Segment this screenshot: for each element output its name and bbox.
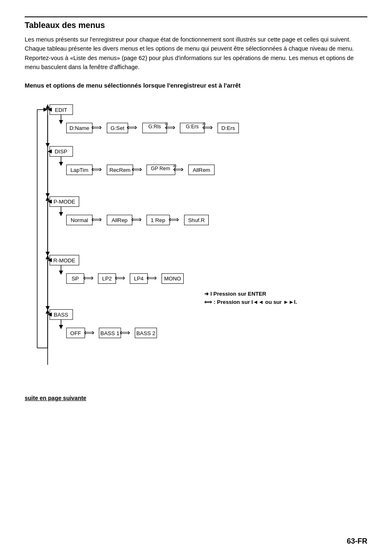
svg-text:GP Rem: GP Rem <box>151 166 170 171</box>
svg-text:LapTim: LapTim <box>70 167 88 173</box>
svg-text:1 Rep: 1 Rep <box>151 217 165 223</box>
svg-marker-89 <box>59 325 63 329</box>
svg-text:BASS 1: BASS 1 <box>100 330 119 336</box>
svg-text:⟺: ⟺ <box>146 273 157 282</box>
section-heading: Menus et options de menu sélectionnés lo… <box>25 81 367 90</box>
svg-text:G:Ers: G:Ers <box>186 124 198 130</box>
svg-text:G:Set: G:Set <box>111 125 125 131</box>
svg-text:⟺ : Pression sur I◄◄ ou sur ►►: ⟺ : Pression sur I◄◄ ou sur ►►I. <box>204 299 297 305</box>
svg-text:SP: SP <box>71 276 79 282</box>
svg-text:G:Rls: G:Rls <box>148 124 161 130</box>
svg-marker-5 <box>59 120 63 124</box>
svg-marker-99 <box>46 310 50 314</box>
svg-text:D:Name: D:Name <box>69 125 89 131</box>
svg-marker-68 <box>59 271 63 275</box>
svg-text:P-MODE: P-MODE <box>53 199 75 205</box>
svg-text:LP2: LP2 <box>102 276 112 282</box>
svg-text:⟺: ⟺ <box>131 215 142 224</box>
svg-text:BASS: BASS <box>54 312 68 318</box>
svg-text:⟺: ⟺ <box>168 215 179 224</box>
diagram: EDIT D:Name ⟺ G:Set ⟺ G:Rls 1) ⟺ G:Ers 2… <box>25 97 367 383</box>
svg-text:➜ I Pression sur ENTER: ➜ I Pression sur ENTER <box>204 291 266 297</box>
svg-text:⟺: ⟺ <box>120 328 130 337</box>
svg-text:Shuf.R: Shuf.R <box>188 217 205 223</box>
svg-text:RecRem: RecRem <box>109 167 130 173</box>
svg-text:⟺: ⟺ <box>91 165 102 174</box>
intro-text: Les menus présents sur l'enregistreur po… <box>25 35 367 72</box>
svg-text:BASS 2: BASS 2 <box>136 330 155 336</box>
svg-text:⟺: ⟺ <box>165 123 175 132</box>
svg-text:D:Ers: D:Ers <box>221 125 235 131</box>
svg-text:MONO: MONO <box>164 276 181 282</box>
svg-text:AllRep: AllRep <box>111 217 127 223</box>
svg-text:⟺: ⟺ <box>84 328 95 337</box>
svg-text:⟺: ⟺ <box>131 165 142 174</box>
svg-text:EDIT: EDIT <box>55 107 67 113</box>
svg-marker-25 <box>46 143 50 147</box>
svg-text:DISP: DISP <box>55 148 67 155</box>
svg-text:⟺: ⟺ <box>83 273 94 282</box>
svg-text:AllRem: AllRem <box>193 167 210 173</box>
svg-marker-30 <box>59 162 63 166</box>
svg-marker-49 <box>59 212 63 216</box>
svg-text:⟺: ⟺ <box>202 123 213 132</box>
svg-text:⟺: ⟺ <box>127 123 137 132</box>
svg-text:LP4: LP4 <box>134 276 144 282</box>
svg-text:⟺: ⟺ <box>91 123 102 132</box>
svg-marker-24 <box>46 104 50 109</box>
continued-text: suite en page suivante <box>25 395 367 401</box>
svg-text:⟺: ⟺ <box>91 215 102 224</box>
svg-text:⟺: ⟺ <box>173 165 184 174</box>
svg-marker-82 <box>46 255 50 259</box>
svg-marker-61 <box>46 197 50 201</box>
svg-text:⟺: ⟺ <box>115 273 125 282</box>
svg-text:R-MODE: R-MODE <box>53 257 76 264</box>
page-title: Tableaux des menus <box>25 16 367 30</box>
svg-text:OFF: OFF <box>70 330 81 336</box>
svg-text:Normal: Normal <box>71 217 88 223</box>
page-number: 63-FR <box>347 537 367 546</box>
